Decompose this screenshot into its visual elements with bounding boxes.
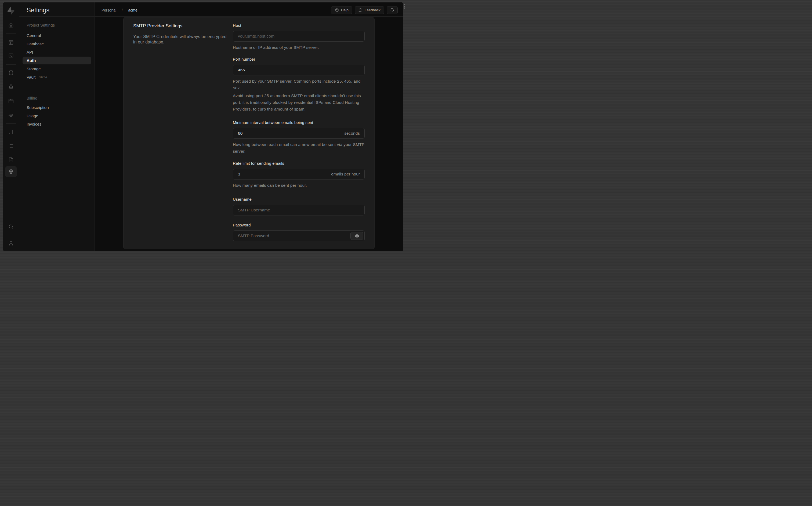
supabase-logo-icon[interactable] — [7, 7, 14, 14]
main-body: SMTP Provider Settings Your SMTP Credent… — [94, 17, 403, 251]
username-label: Username — [233, 197, 365, 202]
home-icon[interactable] — [8, 22, 14, 28]
rate-input[interactable] — [238, 172, 328, 177]
breadcrumb: Personal / acme — [101, 8, 138, 12]
icon-rail — [3, 2, 19, 251]
main-header: Personal / acme Help Feedback — [94, 2, 403, 17]
host-label: Host — [233, 23, 365, 28]
sidebar-item-api[interactable]: API — [22, 48, 91, 56]
username-field-group: Username — [233, 197, 365, 216]
gear-icon — [8, 169, 14, 174]
interval-input[interactable] — [238, 131, 341, 136]
beta-badge: BETA — [39, 76, 47, 79]
feedback-button[interactable]: Feedback — [355, 6, 384, 14]
section-heading-billing: Billing — [19, 95, 94, 101]
sidebar-header: Settings — [19, 2, 94, 17]
settings-nav-active[interactable] — [5, 166, 17, 177]
lock-icon[interactable] — [8, 84, 14, 89]
planet-icon[interactable] — [8, 113, 14, 118]
port-input[interactable] — [238, 68, 360, 72]
smtp-settings-panel: SMTP Provider Settings Your SMTP Credent… — [123, 17, 375, 249]
sidebar-item-subscription[interactable]: Subscription — [22, 103, 91, 111]
help-button[interactable]: Help — [331, 6, 352, 14]
host-input[interactable] — [238, 34, 360, 38]
sidebar-item-general[interactable]: General — [22, 32, 91, 39]
interval-field-group: Minimum interval between emails being se… — [233, 120, 365, 155]
section-title: SMTP Provider Settings — [133, 23, 233, 29]
rate-label: Rate limit for sending emails — [233, 161, 365, 166]
section-heading-project-settings: Project Settings — [19, 22, 94, 28]
rate-unit: emails per hour — [331, 172, 360, 177]
password-label: Password — [233, 223, 365, 228]
section-description: Your SMTP Credentials will always be enc… — [133, 34, 228, 45]
interval-helper: How long between each email can a new em… — [233, 141, 365, 155]
breadcrumb-org[interactable]: Personal — [101, 8, 116, 12]
rail-divider — [6, 64, 16, 65]
host-field-group: Host Hostname or IP address of your SMTP… — [233, 23, 365, 51]
user-icon[interactable] — [8, 241, 14, 246]
sidebar-item-storage[interactable]: Storage — [22, 65, 91, 73]
sidebar-item-vault[interactable]: VaultBETA — [22, 73, 91, 81]
sidebar-item-invoices[interactable]: Invoices — [22, 120, 91, 128]
page-title: Settings — [26, 6, 50, 14]
folder-icon[interactable] — [8, 98, 14, 104]
username-input[interactable] — [238, 208, 360, 213]
breadcrumb-project[interactable]: acme — [128, 8, 137, 12]
speech-bubble-icon — [359, 8, 363, 12]
port-helper-1: Port used by your SMTP server. Common po… — [233, 78, 365, 91]
rate-helper: How many emails can be sent per hour. — [233, 182, 365, 189]
password-input[interactable] — [238, 233, 348, 238]
rail-divider — [6, 33, 16, 33]
main-area: Personal / acme Help Feedback — [94, 2, 403, 251]
file-text-icon[interactable] — [8, 157, 14, 163]
password-field-group: Password — [233, 223, 365, 241]
host-helper: Hostname or IP address of your SMTP serv… — [233, 44, 365, 51]
reveal-password-button[interactable] — [351, 232, 363, 240]
port-helper-2: Avoid using port 25 as modern SMTP email… — [233, 92, 365, 112]
sidebar-item-usage[interactable]: Usage — [22, 112, 91, 120]
terminal-icon[interactable] — [8, 53, 14, 59]
interval-label: Minimum interval between emails being se… — [233, 120, 365, 125]
database-icon[interactable] — [8, 70, 14, 75]
table-icon[interactable] — [8, 40, 14, 45]
bell-icon — [390, 8, 394, 12]
sidebar-nav: Project Settings General Database API Au… — [19, 17, 94, 129]
app-window: Settings Project Settings General Databa… — [3, 2, 403, 251]
rate-field-group: Rate limit for sending emails emails per… — [233, 161, 365, 189]
eye-icon — [355, 234, 359, 238]
list-icon[interactable] — [8, 143, 14, 149]
settings-sidebar: Settings Project Settings General Databa… — [19, 2, 94, 251]
window-drag-handle[interactable] — [404, 4, 405, 9]
sidebar-item-database[interactable]: Database — [22, 40, 91, 48]
notifications-button[interactable] — [387, 6, 398, 14]
search-icon[interactable] — [8, 224, 14, 229]
breadcrumb-separator: / — [122, 8, 123, 12]
sidebar-item-auth[interactable]: Auth — [22, 57, 91, 64]
port-field-group: Port number Port used by your SMTP serve… — [233, 57, 365, 112]
interval-unit: seconds — [344, 131, 360, 136]
bar-chart-icon[interactable] — [8, 129, 14, 135]
port-label: Port number — [233, 57, 365, 62]
rail-divider — [6, 123, 16, 124]
help-circle-icon — [335, 8, 339, 12]
